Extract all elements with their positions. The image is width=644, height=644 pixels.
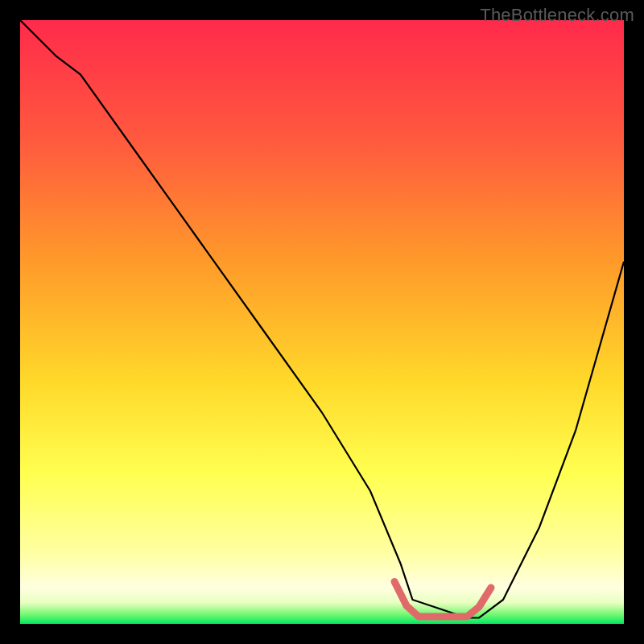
gradient-background (20, 20, 624, 624)
chart-plot-area (20, 20, 624, 624)
bottleneck-chart (20, 20, 624, 624)
attribution-text: TheBottleneck.com (480, 5, 634, 26)
